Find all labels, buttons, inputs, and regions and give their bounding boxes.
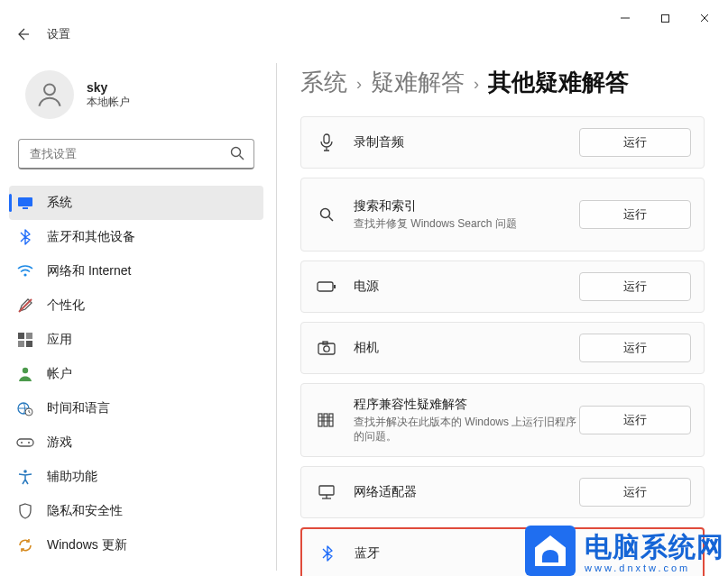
svg-point-10: [23, 273, 26, 276]
sidebar-item-label: 时间和语言: [47, 400, 110, 416]
run-button[interactable]: 运行: [579, 272, 691, 301]
sidebar-item-person[interactable]: 帐户: [9, 357, 263, 391]
brush-icon: [16, 297, 34, 315]
tile-title: 程序兼容性疑难解答: [354, 397, 579, 413]
accessibility-icon: [16, 468, 34, 486]
svg-point-6: [232, 148, 241, 157]
svg-point-20: [21, 442, 23, 443]
avatar: [25, 70, 74, 119]
troubleshooter-tile[interactable]: 网络适配器运行: [300, 466, 705, 518]
tile-subtitle: 查找并解决在此版本的 Windows 上运行旧程序的问题。: [354, 415, 579, 443]
run-button[interactable]: 运行: [579, 200, 691, 229]
tile-title: 蓝牙: [355, 545, 690, 562]
run-button[interactable]: 运行: [579, 478, 691, 507]
user-card[interactable]: sky 本地帐户: [0, 54, 272, 135]
svg-rect-13: [26, 333, 32, 339]
network-icon: [314, 484, 339, 500]
svg-rect-28: [318, 343, 335, 354]
sidebar-item-accessibility[interactable]: 辅助功能: [9, 460, 263, 494]
tile-title: 录制音频: [354, 134, 579, 151]
sidebar-item-label: 游戏: [47, 434, 72, 451]
svg-rect-27: [334, 285, 336, 288]
crumb-troubleshoot[interactable]: 疑难解答: [371, 67, 465, 98]
tile-title: 电源: [354, 279, 579, 295]
microphone-icon: [314, 133, 339, 151]
sidebar-item-label: Windows 更新: [47, 537, 127, 553]
svg-rect-31: [318, 414, 322, 426]
search-input[interactable]: [18, 139, 254, 169]
svg-point-22: [23, 470, 27, 473]
sidebar-item-label: 蓝牙和其他设备: [47, 229, 135, 245]
sidebar-item-label: 个性化: [47, 297, 85, 314]
svg-rect-8: [18, 197, 32, 206]
run-button[interactable]: 运行: [579, 128, 691, 157]
svg-rect-33: [329, 414, 333, 426]
troubleshooter-tile[interactable]: 电源运行: [300, 261, 705, 313]
svg-rect-14: [18, 341, 24, 347]
run-button[interactable]: 运行: [579, 406, 691, 434]
back-button[interactable]: [14, 26, 31, 42]
person-icon: [16, 365, 34, 383]
sidebar-item-label: 系统: [47, 195, 72, 211]
search-icon: [229, 145, 245, 165]
tile-title: 搜索和索引: [354, 198, 579, 215]
run-button[interactable]: 运行: [579, 334, 691, 362]
tiles-list: 录制音频运行搜索和索引查找并修复 Windows Search 问题运行电源运行…: [300, 116, 705, 576]
svg-rect-1: [661, 14, 668, 22]
svg-rect-19: [17, 439, 33, 446]
sidebar: sky 本地帐户 系统蓝牙和其他设备网络和 Internet个性化应用帐户时间和…: [0, 54, 272, 576]
search-icon: [314, 206, 339, 223]
compat-icon: [314, 412, 339, 428]
wifi-icon: [16, 262, 34, 280]
svg-rect-26: [318, 282, 333, 291]
update-icon: [16, 536, 34, 554]
chevron-right-icon: ›: [356, 75, 362, 94]
bluetooth-icon: [16, 228, 34, 246]
svg-point-24: [321, 209, 330, 218]
svg-rect-15: [26, 341, 32, 347]
user-account-type: 本地帐户: [87, 95, 130, 110]
sidebar-item-monitor[interactable]: 系统: [9, 186, 263, 220]
sidebar-item-label: 网络和 Internet: [47, 263, 131, 279]
troubleshooter-tile[interactable]: 搜索和索引查找并修复 Windows Search 问题运行: [300, 178, 705, 251]
sidebar-item-label: 隐私和安全性: [47, 503, 123, 519]
tile-title: 网络适配器: [354, 484, 579, 500]
chevron-right-icon: ›: [474, 75, 479, 94]
maximize-button[interactable]: [645, 5, 685, 32]
svg-rect-23: [324, 134, 329, 143]
svg-point-21: [28, 442, 30, 443]
svg-point-16: [23, 368, 28, 373]
breadcrumb: 系统 › 疑难解答 › 其他疑难解答: [300, 67, 705, 98]
svg-point-29: [324, 346, 329, 352]
tile-title: 相机: [354, 340, 579, 356]
troubleshooter-tile[interactable]: 程序兼容性疑难解答查找并解决在此版本的 Windows 上运行旧程序的问题。运行: [300, 383, 705, 457]
sidebar-item-label: 辅助功能: [47, 469, 97, 485]
troubleshooter-tile[interactable]: 相机运行: [300, 322, 705, 374]
sidebar-item-apps[interactable]: 应用: [9, 323, 263, 357]
svg-rect-9: [23, 207, 28, 209]
sidebar-item-globe-clock[interactable]: 时间和语言: [9, 391, 263, 425]
sidebar-item-brush[interactable]: 个性化: [9, 288, 263, 323]
sidebar-item-gamepad[interactable]: 游戏: [9, 425, 263, 460]
battery-icon: [314, 280, 339, 293]
sidebar-item-bluetooth[interactable]: 蓝牙和其他设备: [9, 220, 263, 254]
gamepad-icon: [16, 434, 34, 452]
svg-rect-32: [324, 414, 327, 426]
sidebar-item-shield[interactable]: 隐私和安全性: [9, 494, 263, 528]
svg-point-5: [44, 84, 55, 95]
shield-icon: [16, 502, 34, 520]
main-content: 系统 › 疑难解答 › 其他疑难解答 录制音频运行搜索和索引查找并修复 Wind…: [277, 54, 728, 576]
minimize-button[interactable]: [605, 5, 645, 32]
camera-icon: [314, 341, 339, 355]
sidebar-item-wifi[interactable]: 网络和 Internet: [9, 254, 263, 288]
sidebar-item-update[interactable]: Windows 更新: [9, 528, 263, 562]
crumb-system[interactable]: 系统: [300, 67, 347, 98]
troubleshooter-tile[interactable]: 录制音频运行: [300, 116, 705, 169]
nav-list: 系统蓝牙和其他设备网络和 Internet个性化应用帐户时间和语言游戏辅助功能隐…: [0, 186, 272, 562]
close-button[interactable]: [685, 5, 724, 32]
troubleshooter-tile[interactable]: 蓝牙: [300, 527, 705, 576]
app-title: 设置: [47, 26, 70, 42]
crumb-current: 其他疑难解答: [488, 67, 629, 98]
svg-rect-12: [18, 333, 24, 339]
svg-line-25: [329, 217, 334, 222]
